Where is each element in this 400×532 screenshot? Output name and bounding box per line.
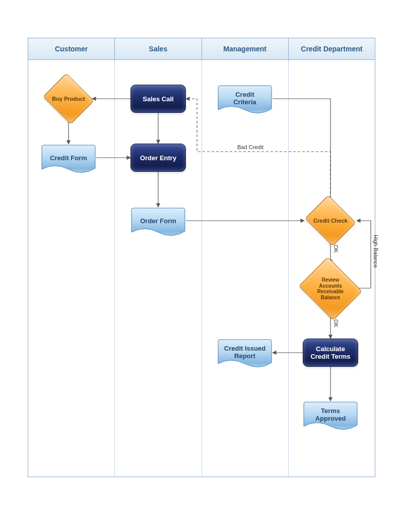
lane-header-management: Management — [202, 38, 289, 59]
lane-header-customer: Customer — [28, 38, 115, 59]
lane-body-customer — [28, 60, 115, 477]
lane-body-credit — [289, 60, 375, 477]
lane-body-sales — [115, 60, 202, 477]
swimlane-frame: Customer Sales Management Credit Departm… — [28, 38, 375, 477]
lane-header-credit: Credit Department — [289, 38, 375, 59]
lane-body-row — [28, 60, 375, 477]
lane-header-sales: Sales — [115, 38, 202, 59]
lane-header-row: Customer Sales Management Credit Departm… — [28, 38, 375, 60]
lane-body-management — [202, 60, 289, 477]
